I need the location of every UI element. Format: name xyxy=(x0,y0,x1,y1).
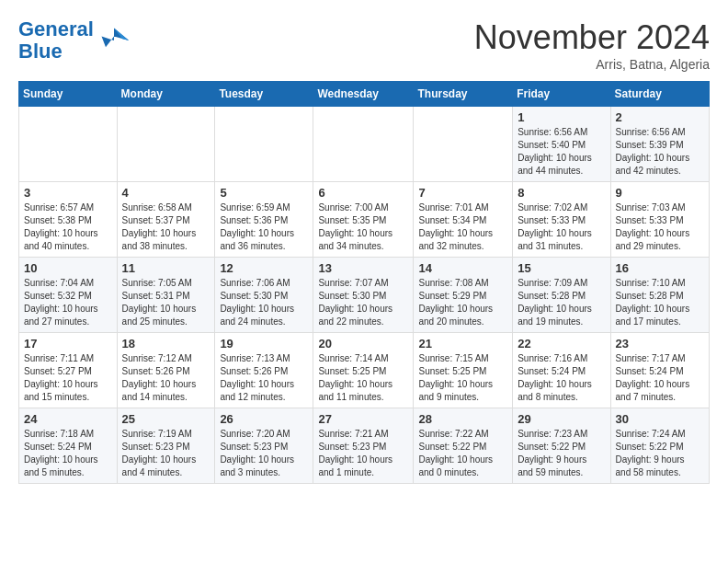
day-info: Sunrise: 7:05 AM Sunset: 5:31 PM Dayligh… xyxy=(122,277,210,328)
day-number: 21 xyxy=(418,337,507,350)
calendar-day-cell xyxy=(414,107,513,182)
day-info: Sunrise: 7:20 AM Sunset: 5:23 PM Dayligh… xyxy=(220,428,308,479)
calendar-week-row: 24Sunrise: 7:18 AM Sunset: 5:24 PM Dayli… xyxy=(19,408,710,484)
day-number: 16 xyxy=(616,261,704,275)
day-info: Sunrise: 7:14 AM Sunset: 5:25 PM Dayligh… xyxy=(318,352,408,404)
calendar-day-cell: 12Sunrise: 7:06 AM Sunset: 5:30 PM Dayli… xyxy=(215,258,313,333)
col-header-tuesday: Tuesday xyxy=(215,82,313,107)
calendar-day-cell: 5Sunrise: 6:59 AM Sunset: 5:36 PM Daylig… xyxy=(215,182,313,258)
day-number: 26 xyxy=(220,412,308,426)
day-number: 25 xyxy=(122,412,210,426)
calendar-day-cell: 11Sunrise: 7:05 AM Sunset: 5:31 PM Dayli… xyxy=(117,258,215,333)
day-number: 4 xyxy=(122,186,210,200)
calendar-day-cell: 27Sunrise: 7:21 AM Sunset: 5:23 PM Dayli… xyxy=(313,408,414,484)
calendar-day-cell xyxy=(215,107,313,182)
calendar-week-row: 17Sunrise: 7:11 AM Sunset: 5:27 PM Dayli… xyxy=(19,333,710,408)
day-number: 7 xyxy=(418,186,507,200)
day-info: Sunrise: 6:57 AM Sunset: 5:38 PM Dayligh… xyxy=(24,201,112,253)
title-block: November 2024 Arris, Batna, Algeria xyxy=(474,18,710,72)
calendar-day-cell xyxy=(313,107,414,182)
day-info: Sunrise: 7:22 AM Sunset: 5:22 PM Dayligh… xyxy=(418,428,507,479)
day-number: 15 xyxy=(518,261,605,275)
day-number: 20 xyxy=(318,337,408,350)
calendar-day-cell: 9Sunrise: 7:03 AM Sunset: 5:33 PM Daylig… xyxy=(610,182,709,258)
day-number: 12 xyxy=(220,261,308,275)
day-info: Sunrise: 7:15 AM Sunset: 5:25 PM Dayligh… xyxy=(418,352,507,404)
day-number: 29 xyxy=(518,412,605,426)
day-number: 3 xyxy=(24,186,112,200)
location: Arris, Batna, Algeria xyxy=(474,57,710,72)
day-number: 6 xyxy=(318,186,408,200)
day-info: Sunrise: 7:24 AM Sunset: 5:22 PM Dayligh… xyxy=(616,428,704,479)
day-info: Sunrise: 7:19 AM Sunset: 5:23 PM Dayligh… xyxy=(122,428,210,479)
calendar-day-cell: 29Sunrise: 7:23 AM Sunset: 5:22 PM Dayli… xyxy=(513,408,610,484)
day-info: Sunrise: 7:18 AM Sunset: 5:24 PM Dayligh… xyxy=(24,428,112,479)
day-info: Sunrise: 7:10 AM Sunset: 5:28 PM Dayligh… xyxy=(616,277,704,328)
calendar-week-row: 3Sunrise: 6:57 AM Sunset: 5:38 PM Daylig… xyxy=(19,182,710,258)
day-info: Sunrise: 7:01 AM Sunset: 5:34 PM Dayligh… xyxy=(418,201,507,253)
day-info: Sunrise: 7:00 AM Sunset: 5:35 PM Dayligh… xyxy=(318,201,408,253)
calendar-day-cell: 14Sunrise: 7:08 AM Sunset: 5:29 PM Dayli… xyxy=(414,258,513,333)
day-info: Sunrise: 7:13 AM Sunset: 5:26 PM Dayligh… xyxy=(220,352,308,404)
calendar-day-cell: 24Sunrise: 7:18 AM Sunset: 5:24 PM Dayli… xyxy=(19,408,118,484)
calendar-table: SundayMondayTuesdayWednesdayThursdayFrid… xyxy=(18,81,710,484)
calendar-day-cell: 15Sunrise: 7:09 AM Sunset: 5:28 PM Dayli… xyxy=(513,258,610,333)
day-number: 11 xyxy=(122,261,210,275)
calendar-day-cell: 2Sunrise: 6:56 AM Sunset: 5:39 PM Daylig… xyxy=(610,107,709,182)
day-info: Sunrise: 7:06 AM Sunset: 5:30 PM Dayligh… xyxy=(220,277,308,328)
day-number: 14 xyxy=(418,261,507,275)
day-info: Sunrise: 7:16 AM Sunset: 5:24 PM Dayligh… xyxy=(518,352,605,404)
calendar-week-row: 1Sunrise: 6:56 AM Sunset: 5:40 PM Daylig… xyxy=(19,107,710,182)
month-title: November 2024 xyxy=(474,18,710,57)
col-header-wednesday: Wednesday xyxy=(313,82,414,107)
day-number: 28 xyxy=(418,412,507,426)
day-info: Sunrise: 6:59 AM Sunset: 5:36 PM Dayligh… xyxy=(220,201,308,253)
calendar-day-cell: 6Sunrise: 7:00 AM Sunset: 5:35 PM Daylig… xyxy=(313,182,414,258)
day-number: 18 xyxy=(122,337,210,350)
calendar-day-cell xyxy=(117,107,215,182)
calendar-day-cell: 25Sunrise: 7:19 AM Sunset: 5:23 PM Dayli… xyxy=(117,408,215,484)
calendar-day-cell: 10Sunrise: 7:04 AM Sunset: 5:32 PM Dayli… xyxy=(19,258,118,333)
calendar-day-cell: 22Sunrise: 7:16 AM Sunset: 5:24 PM Dayli… xyxy=(513,333,610,408)
day-info: Sunrise: 7:07 AM Sunset: 5:30 PM Dayligh… xyxy=(318,277,408,328)
calendar-body: 1Sunrise: 6:56 AM Sunset: 5:40 PM Daylig… xyxy=(19,107,710,484)
calendar-day-cell: 8Sunrise: 7:02 AM Sunset: 5:33 PM Daylig… xyxy=(513,182,610,258)
calendar-day-cell: 23Sunrise: 7:17 AM Sunset: 5:24 PM Dayli… xyxy=(610,333,709,408)
day-number: 22 xyxy=(518,337,605,350)
day-number: 2 xyxy=(616,110,704,124)
day-info: Sunrise: 7:11 AM Sunset: 5:27 PM Dayligh… xyxy=(24,352,112,404)
day-number: 5 xyxy=(220,186,308,200)
col-header-friday: Friday xyxy=(513,82,610,107)
calendar-day-cell: 28Sunrise: 7:22 AM Sunset: 5:22 PM Dayli… xyxy=(414,408,513,484)
day-info: Sunrise: 7:23 AM Sunset: 5:22 PM Dayligh… xyxy=(518,428,605,479)
day-number: 30 xyxy=(616,412,704,426)
day-info: Sunrise: 7:12 AM Sunset: 5:26 PM Dayligh… xyxy=(122,352,210,404)
calendar-day-cell: 3Sunrise: 6:57 AM Sunset: 5:38 PM Daylig… xyxy=(19,182,118,258)
calendar-week-row: 10Sunrise: 7:04 AM Sunset: 5:32 PM Dayli… xyxy=(19,258,710,333)
calendar-day-cell: 4Sunrise: 6:58 AM Sunset: 5:37 PM Daylig… xyxy=(117,182,215,258)
day-number: 9 xyxy=(616,186,704,200)
day-number: 24 xyxy=(24,412,112,426)
col-header-saturday: Saturday xyxy=(610,82,709,107)
col-header-monday: Monday xyxy=(117,82,215,107)
day-info: Sunrise: 7:03 AM Sunset: 5:33 PM Dayligh… xyxy=(616,201,704,253)
day-number: 23 xyxy=(616,337,704,350)
calendar-day-cell: 13Sunrise: 7:07 AM Sunset: 5:30 PM Dayli… xyxy=(313,258,414,333)
day-number: 1 xyxy=(518,110,605,124)
day-number: 10 xyxy=(24,261,112,275)
day-info: Sunrise: 7:08 AM Sunset: 5:29 PM Dayligh… xyxy=(418,277,507,328)
calendar-day-cell: 17Sunrise: 7:11 AM Sunset: 5:27 PM Dayli… xyxy=(19,333,118,408)
day-number: 13 xyxy=(318,261,408,275)
calendar-day-cell: 16Sunrise: 7:10 AM Sunset: 5:28 PM Dayli… xyxy=(610,258,709,333)
day-number: 19 xyxy=(220,337,308,350)
calendar-day-cell: 26Sunrise: 7:20 AM Sunset: 5:23 PM Dayli… xyxy=(215,408,313,484)
calendar-header-row: SundayMondayTuesdayWednesdayThursdayFrid… xyxy=(19,82,710,107)
logo-text: GeneralBlue xyxy=(18,18,94,63)
calendar-day-cell: 18Sunrise: 7:12 AM Sunset: 5:26 PM Dayli… xyxy=(117,333,215,408)
day-number: 27 xyxy=(318,412,408,426)
calendar-day-cell: 30Sunrise: 7:24 AM Sunset: 5:22 PM Dayli… xyxy=(610,408,709,484)
calendar-day-cell xyxy=(19,107,118,182)
calendar-day-cell: 20Sunrise: 7:14 AM Sunset: 5:25 PM Dayli… xyxy=(313,333,414,408)
day-info: Sunrise: 6:58 AM Sunset: 5:37 PM Dayligh… xyxy=(122,201,210,253)
day-info: Sunrise: 7:04 AM Sunset: 5:32 PM Dayligh… xyxy=(24,277,112,328)
